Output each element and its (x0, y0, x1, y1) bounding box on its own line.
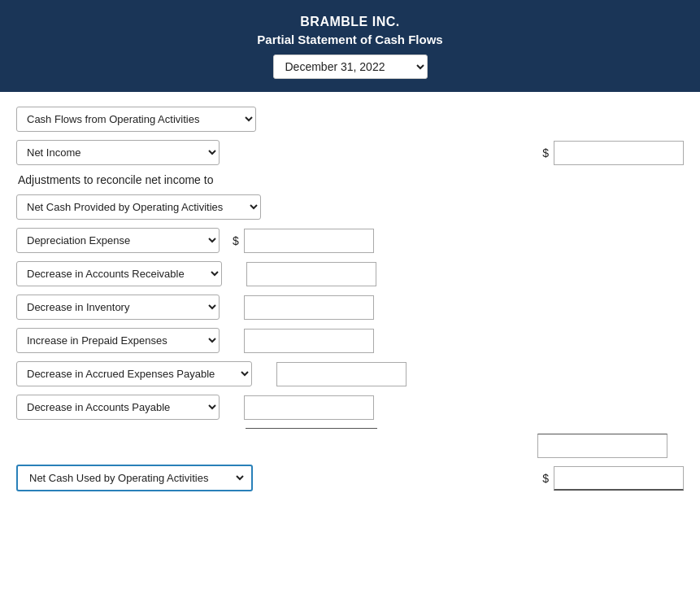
accounts-receivable-row: Decrease in Accounts Receivable $ (16, 261, 684, 286)
inventory-row: Decrease in Inventory $ (16, 295, 684, 320)
net-income-select[interactable]: Net Income (16, 140, 220, 165)
net-cash-used-row: Net Cash Used by Operating Activities $ (16, 465, 684, 491)
depreciation-input[interactable] (244, 229, 374, 253)
inventory-select[interactable]: Decrease in Inventory (16, 295, 220, 320)
prepaid-expenses-input[interactable] (244, 329, 374, 353)
main-content: Cash Flows from Operating Activities Net… (0, 92, 700, 508)
net-cash-used-container: Net Cash Used by Operating Activities (16, 465, 253, 491)
subtotal-input[interactable] (537, 434, 667, 458)
net-cash-provided-row: Net Cash Provided by Operating Activitie… (16, 194, 684, 220)
accrued-expenses-select[interactable]: Decrease in Accrued Expenses Payable (16, 361, 252, 386)
accounts-receivable-input[interactable] (246, 262, 376, 286)
accounts-payable-input[interactable] (244, 395, 374, 420)
prepaid-expenses-select[interactable]: Increase in Prepaid Expenses (16, 328, 220, 353)
depreciation-row: Depreciation Expense $ (16, 228, 684, 253)
net-income-input-area: $ (542, 141, 684, 165)
inventory-input[interactable] (244, 295, 374, 320)
subtotal-line (246, 428, 377, 429)
net-cash-provided-select[interactable]: Net Cash Provided by Operating Activitie… (16, 194, 261, 220)
net-cash-used-input[interactable] (554, 466, 684, 491)
header: BRAMBLE INC. Partial Statement of Cash F… (0, 0, 700, 92)
net-cash-used-input-area: $ (542, 466, 684, 491)
date-select[interactable]: December 31, 2022 (273, 55, 428, 79)
cash-flows-row: Cash Flows from Operating Activities (16, 107, 684, 132)
accrued-expenses-row: Decrease in Accrued Expenses Payable $ (16, 361, 684, 386)
page-container: BRAMBLE INC. Partial Statement of Cash F… (0, 0, 700, 611)
accounts-payable-row: Decrease in Accounts Payable $ (16, 395, 684, 420)
date-select-container: December 31, 2022 (273, 55, 428, 79)
net-cash-used-select[interactable]: Net Cash Used by Operating Activities (23, 468, 246, 488)
statement-title: Partial Statement of Cash Flows (16, 33, 684, 46)
depreciation-dollar: $ (233, 234, 239, 247)
net-income-row: Net Income $ (16, 140, 684, 165)
subtotal-separator (16, 428, 684, 429)
subtotal-row (16, 434, 684, 458)
accounts-receivable-select[interactable]: Decrease in Accounts Receivable (16, 261, 222, 286)
adjustments-label: Adjustments to reconcile net income to (16, 173, 684, 186)
net-income-dollar: $ (542, 146, 549, 159)
cash-flows-select[interactable]: Cash Flows from Operating Activities (16, 107, 256, 132)
accrued-expenses-input[interactable] (276, 362, 407, 386)
prepaid-expenses-row: Increase in Prepaid Expenses $ (16, 328, 684, 353)
company-name: BRAMBLE INC. (16, 15, 684, 29)
accounts-payable-select[interactable]: Decrease in Accounts Payable (16, 395, 220, 420)
net-cash-dollar: $ (542, 472, 549, 485)
net-income-input[interactable] (554, 141, 684, 165)
depreciation-select[interactable]: Depreciation Expense (16, 228, 220, 253)
